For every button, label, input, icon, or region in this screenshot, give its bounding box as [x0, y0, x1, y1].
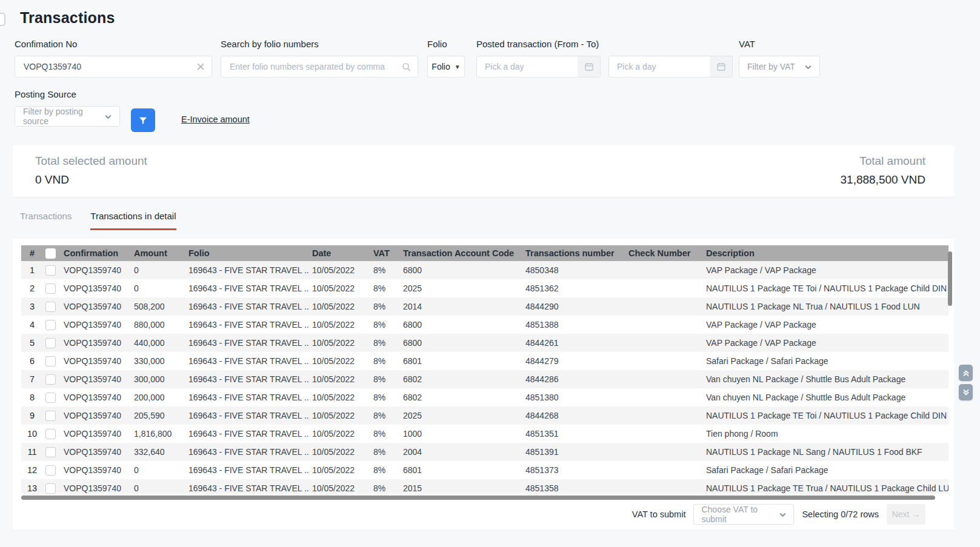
confirmation-input[interactable] [24, 62, 196, 71]
tab-transactions[interactable]: Transactions [20, 211, 72, 230]
cell-transactions-number: 4851391 [523, 443, 626, 461]
cell-date: 10/05/2022 [310, 479, 371, 494]
cell-folio: 169643 - FIVE STAR TRAVEL ... [186, 316, 310, 334]
total-amount-label: Total amount [841, 154, 926, 168]
horizontal-scrollbar-thumb[interactable] [21, 496, 935, 500]
cell-amount: 880,000 [132, 316, 186, 334]
cell-account-code: 6802 [401, 370, 523, 388]
row-checkbox[interactable] [45, 393, 56, 403]
col-account-code: Transaction Account Code [401, 245, 523, 261]
cell-date: 10/05/2022 [310, 461, 371, 479]
posting-source-label: Posting Source [15, 89, 120, 99]
folio-search-input[interactable] [230, 62, 401, 71]
cell-check-number [626, 388, 704, 406]
cell-description: NAUTILUS 1 Package NL Trua / NAUTILUS 1 … [704, 297, 948, 316]
table-row: 1VOPQ13597400169643 - FIVE STAR TRAVEL .… [21, 261, 948, 279]
cell-description: NAUTILUS 1 Package TE Toi / NAUTILUS 1 P… [704, 406, 948, 425]
folio-dropdown-button[interactable]: Folio ▼ [427, 56, 465, 78]
cell-date: 10/05/2022 [310, 316, 371, 334]
row-checkbox[interactable] [45, 447, 56, 457]
cell-date: 10/05/2022 [310, 279, 371, 297]
vat-to-submit-placeholder: Choose VAT to submit [701, 505, 778, 524]
collapsed-panel-edge[interactable] [0, 13, 5, 26]
cell-check-number [626, 352, 704, 370]
cell-select [43, 297, 61, 316]
cell-description: NAUTILUS 1 Package TE Toi / NAUTILUS 1 P… [704, 279, 948, 297]
cell-confirmation: VOPQ1359740 [61, 370, 132, 388]
cell-confirmation: VOPQ1359740 [61, 352, 132, 370]
col-confirmation: Confirmation [61, 245, 132, 261]
scroll-to-top-button[interactable] [959, 365, 973, 381]
cell-amount: 332,640 [132, 443, 186, 461]
row-checkbox[interactable] [45, 374, 56, 385]
cell-amount: 300,000 [132, 370, 186, 388]
cell-confirmation: VOPQ1359740 [61, 279, 132, 297]
date-from-input[interactable]: Pick a day [476, 56, 601, 78]
folio-search-label: Search by folio numbers [221, 39, 418, 49]
cell-account-code: 6801 [401, 461, 523, 479]
cell-check-number [626, 461, 704, 479]
cell-amount: 0 [132, 279, 186, 297]
cell-check-number [626, 425, 704, 443]
vat-to-submit-select[interactable]: Choose VAT to submit [693, 504, 794, 525]
next-button[interactable]: Next → [887, 504, 925, 525]
row-checkbox[interactable] [45, 429, 56, 439]
row-index: 9 [21, 406, 43, 425]
row-checkbox[interactable] [45, 283, 56, 294]
cell-description: Safari Package / Safari Package [704, 461, 948, 479]
tab-transactions-in-detail[interactable]: Transactions in detail [90, 211, 176, 230]
row-index: 2 [21, 279, 43, 297]
posting-source-select[interactable]: Filter by posting source [15, 106, 120, 127]
scroll-to-bottom-button[interactable] [959, 384, 973, 400]
clear-icon[interactable]: ✕ [196, 61, 205, 73]
cell-amount: 0 [132, 261, 186, 279]
table-row: 4VOPQ1359740880,000169643 - FIVE STAR TR… [21, 316, 948, 334]
tabs: Transactions Transactions in detail [20, 211, 176, 230]
einvoice-amount-link[interactable]: E-Invoice amount [181, 114, 250, 124]
transactions-page: Transactions Confimation No ✕ Search by … [0, 0, 980, 547]
cell-account-code: 6802 [401, 388, 523, 406]
select-all-checkbox[interactable] [45, 248, 56, 259]
cell-folio: 169643 - FIVE STAR TRAVEL ... [186, 406, 310, 425]
row-checkbox[interactable] [45, 465, 56, 476]
cell-description: VAP Package / VAP Package [704, 316, 948, 334]
row-index: 7 [21, 370, 43, 388]
vertical-scrollbar-thumb[interactable] [948, 251, 952, 306]
cell-vat: 8% [371, 370, 401, 388]
cell-amount: 508,200 [132, 297, 186, 316]
cell-date: 10/05/2022 [310, 388, 371, 406]
cell-check-number [626, 406, 704, 425]
cell-date: 10/05/2022 [310, 425, 371, 443]
cell-select [43, 425, 61, 443]
row-index: 1 [21, 261, 43, 279]
row-checkbox[interactable] [45, 265, 56, 276]
cell-amount: 200,000 [132, 388, 186, 406]
page-title: Transactions [20, 9, 115, 27]
chevron-down-icon [804, 62, 813, 71]
row-checkbox[interactable] [45, 338, 56, 348]
col-index: # [21, 245, 43, 261]
cell-description: NAUTILUS 1 Package NL Sang / NAUTILUS 1 … [704, 443, 948, 461]
date-to-input[interactable]: Pick a day [608, 56, 733, 78]
col-transactions-number: Transactions number [523, 245, 626, 261]
row-checkbox[interactable] [45, 320, 56, 330]
vat-filter-select[interactable]: Filter by VAT [739, 56, 820, 78]
row-checkbox[interactable] [45, 411, 56, 421]
cell-confirmation: VOPQ1359740 [61, 479, 132, 494]
row-checkbox[interactable] [45, 356, 56, 366]
row-checkbox[interactable] [45, 302, 56, 312]
row-checkbox[interactable] [45, 483, 56, 494]
funnel-icon [138, 116, 148, 125]
cell-transactions-number: 4851358 [523, 479, 626, 494]
table-row: 11VOPQ1359740332,640169643 - FIVE STAR T… [21, 443, 948, 461]
cell-account-code: 6800 [401, 334, 523, 352]
transactions-table-body: 1VOPQ13597400169643 - FIVE STAR TRAVEL .… [21, 261, 948, 494]
col-folio: Folio [186, 245, 310, 261]
cell-folio: 169643 - FIVE STAR TRAVEL ... [186, 261, 310, 279]
cell-folio: 169643 - FIVE STAR TRAVEL ... [186, 352, 310, 370]
table-row: 7VOPQ1359740300,000169643 - FIVE STAR TR… [21, 370, 948, 388]
posting-source-placeholder: Filter by posting source [23, 107, 104, 126]
col-check-number: Check Number [626, 245, 704, 261]
col-date: Date [310, 245, 371, 261]
apply-filter-button[interactable] [131, 108, 155, 132]
